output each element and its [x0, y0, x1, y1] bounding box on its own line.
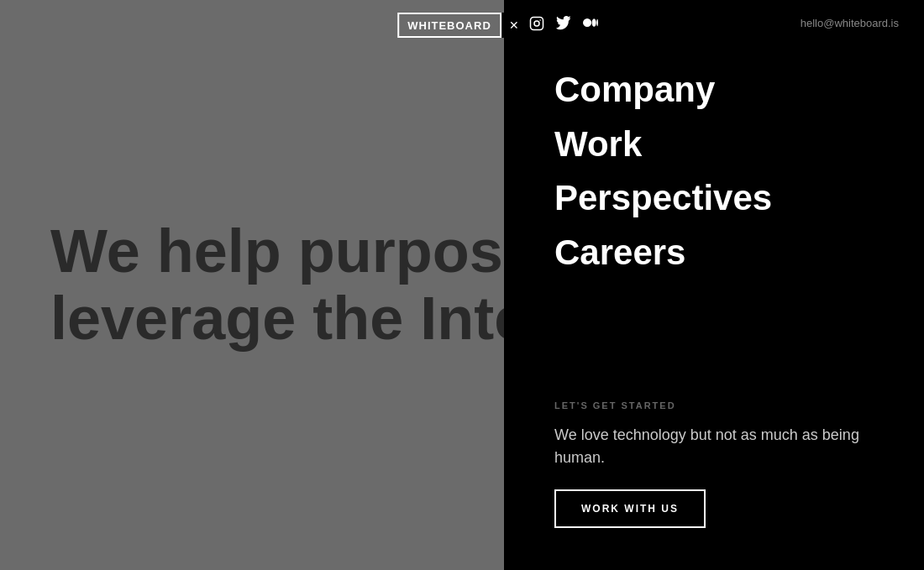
- logo-box: WHITEBOARD: [397, 13, 501, 38]
- nav-item-perspectives[interactable]: Perspectives: [554, 175, 924, 222]
- instagram-icon[interactable]: [529, 16, 544, 34]
- close-button[interactable]: ✕: [501, 13, 527, 38]
- nav-item-work[interactable]: Work: [554, 122, 924, 168]
- cta-section: LET'S GET STARTED We love technology but…: [504, 400, 924, 570]
- cta-description: We love technology but not as much as be…: [554, 424, 874, 469]
- social-icons: [529, 15, 598, 34]
- medium-icon[interactable]: [583, 15, 598, 34]
- nav-item-careers[interactable]: Careers: [554, 230, 924, 276]
- nav-item-company[interactable]: Company: [554, 67, 924, 113]
- twitter-icon[interactable]: [556, 16, 571, 34]
- hero-text: We help purpos leverage the Inte: [50, 218, 504, 351]
- top-bar: WHITEBOARD ✕ hello@whiteboard: [0, 0, 924, 50]
- close-icon: ✕: [509, 18, 519, 32]
- svg-point-1: [534, 21, 539, 26]
- logo-text: WHITEBOARD: [407, 19, 491, 32]
- nav-menu: Company Work Perspectives Careers: [504, 0, 924, 400]
- right-panel: Company Work Perspectives Careers LET'S …: [504, 0, 924, 570]
- svg-point-2: [539, 19, 541, 21]
- svg-rect-0: [531, 17, 543, 29]
- hero-line1: We help purpos: [50, 218, 504, 285]
- left-panel: We help purpos leverage the Inte: [0, 0, 504, 570]
- work-with-us-button[interactable]: WORK WITH US: [554, 489, 706, 528]
- email-address: hello@whiteboard.is: [801, 17, 899, 29]
- hero-line2: leverage the Inte: [50, 285, 504, 352]
- cta-label: LET'S GET STARTED: [554, 400, 874, 411]
- logo-area: WHITEBOARD ✕: [397, 13, 527, 38]
